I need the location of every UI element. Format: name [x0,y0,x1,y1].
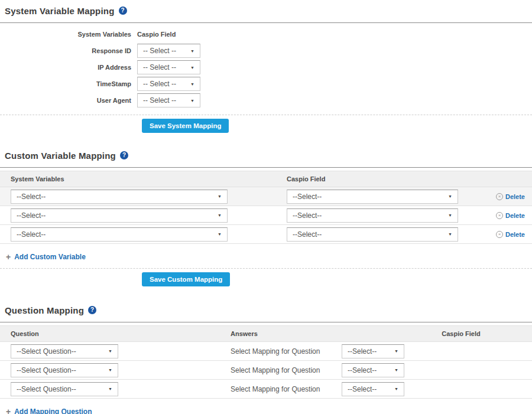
save-button-row: Save System Mapping [0,115,532,133]
select-value: -- Select -- [143,96,176,105]
table-row: --Select Question-- ▼ Select Mapping for… [0,360,532,379]
delete-circle-icon: × [496,193,503,200]
answer-caspio-select-3[interactable]: --Select-- ▼ [342,382,404,396]
select-value: --Select Question-- [17,347,76,356]
delete-row-link-3[interactable]: × Delete [462,231,532,238]
response-id-select[interactable]: -- Select -- ▼ [137,44,200,58]
section-title: Question Mapping [5,305,84,315]
title-divider [0,322,532,322]
page-title: System Variable Mapping [5,6,115,16]
question-select-2[interactable]: --Select Question-- ▼ [11,363,118,377]
chevron-down-icon: ▼ [448,232,452,236]
select-value: --Select-- [293,193,322,201]
question-select-1[interactable]: --Select Question-- ▼ [11,344,118,358]
title-divider [0,22,532,23]
chevron-down-icon: ▼ [218,213,222,217]
section-header: Custom Variable Mapping ? [0,150,532,161]
add-mapping-question-link[interactable]: + Add Mapping Question [6,408,92,414]
table-row: --Select-- ▼ --Select-- ▼ × Delete [0,187,532,206]
system-row-timestamp: TimeStamp -- Select -- ▼ [0,77,532,91]
custom-caspio-field-select-2[interactable]: --Select-- ▼ [287,208,458,223]
system-variable-mapping-section: System Variable Mapping ? System Variabl… [0,5,532,133]
question-mapping-table: Question Answers Caspio Field --Select Q… [0,325,532,399]
select-value: -- Select -- [143,80,176,88]
system-row-response-id: Response ID -- Select -- ▼ [0,44,532,58]
answer-mapping-label: Select Mapping for Question [231,385,342,393]
delete-label: Delete [505,212,525,219]
chevron-down-icon: ▼ [448,213,452,217]
select-value: --Select-- [293,211,322,220]
delete-row-link-2[interactable]: × Delete [462,212,532,219]
table-row: --Select Question-- ▼ Select Mapping for… [0,341,532,360]
chevron-down-icon: ▼ [108,387,112,391]
chevron-down-icon: ▼ [448,194,452,198]
custom-system-variable-select-2[interactable]: --Select-- ▼ [11,208,228,223]
column-header-caspio-field: Caspio Field [276,175,462,182]
column-header-system-variables: System Variables [0,175,276,182]
custom-caspio-field-select-3[interactable]: --Select-- ▼ [287,227,458,242]
table-header-row: Question Answers Caspio Field [0,325,532,341]
system-column-headers: System Variables Caspio Field [0,31,532,38]
add-link-label: Add Custom Variable [14,253,86,261]
select-value: -- Select -- [143,47,176,55]
answer-mapping-label: Select Mapping for Question [231,347,342,356]
section-title: Custom Variable Mapping [5,151,116,161]
timestamp-select[interactable]: -- Select -- ▼ [137,77,200,91]
chevron-down-icon: ▼ [218,232,222,236]
section-header: System Variable Mapping ? [0,5,532,16]
question-select-3[interactable]: --Select Question-- ▼ [11,382,118,396]
section-header: Question Mapping ? [0,305,532,315]
select-value: --Select-- [348,347,377,356]
select-value: --Select-- [17,230,46,239]
answer-caspio-select-2[interactable]: --Select-- ▼ [342,363,404,377]
table-row: --Select-- ▼ --Select-- ▼ × Delete [0,206,532,224]
chevron-down-icon: ▼ [190,82,194,86]
plus-icon: + [6,408,11,414]
answer-caspio-select-1[interactable]: --Select-- ▼ [342,344,404,358]
answer-mapping-label: Select Mapping for Question [231,366,342,374]
custom-caspio-field-select-1[interactable]: --Select-- ▼ [287,190,458,204]
custom-system-variable-select-1[interactable]: --Select-- ▼ [11,190,228,204]
select-value: --Select-- [348,385,377,393]
table-header-row: System Variables Caspio Field [0,171,532,187]
chevron-down-icon: ▼ [190,99,194,103]
select-value: --Select Question-- [17,385,76,393]
custom-system-variable-select-3[interactable]: --Select-- ▼ [11,227,228,242]
row-label: Response ID [0,47,137,54]
row-label: IP Address [0,64,137,71]
chevron-down-icon: ▼ [190,49,194,53]
row-label: TimeStamp [0,80,137,87]
column-header-answers: Answers [220,330,414,337]
select-value: --Select Question-- [17,366,76,374]
help-icon[interactable]: ? [88,306,96,314]
add-custom-variable-link[interactable]: + Add Custom Variable [6,253,86,261]
help-icon[interactable]: ? [120,151,128,159]
select-value: --Select-- [17,193,46,201]
table-row: --Select-- ▼ --Select-- ▼ × Delete [0,224,532,243]
chevron-down-icon: ▼ [108,349,112,353]
system-row-ip-address: IP Address -- Select -- ▼ [0,60,532,74]
save-custom-mapping-button[interactable]: Save Custom Mapping [142,272,230,286]
system-row-user-agent: User Agent -- Select -- ▼ [0,93,532,107]
ip-address-select[interactable]: -- Select -- ▼ [137,60,200,74]
plus-icon: + [6,253,11,261]
user-agent-select[interactable]: -- Select -- ▼ [137,93,200,107]
help-icon[interactable]: ? [119,6,127,15]
delete-label: Delete [505,193,525,200]
column-header-caspio-field: Caspio Field [414,330,532,337]
title-divider [0,167,532,168]
system-mapping-form: System Variables Caspio Field Response I… [0,31,532,107]
select-value: --Select-- [348,366,377,374]
chevron-down-icon: ▼ [394,387,398,391]
chevron-down-icon: ▼ [190,66,194,70]
delete-row-link-1[interactable]: × Delete [462,193,532,200]
chevron-down-icon: ▼ [218,194,222,198]
add-link-label: Add Mapping Question [14,408,92,414]
custom-variable-mapping-section: Custom Variable Mapping ? System Variabl… [0,150,532,286]
column-header-system-variables: System Variables [0,31,137,38]
save-system-mapping-button[interactable]: Save System Mapping [142,119,229,133]
chevron-down-icon: ▼ [394,368,398,372]
select-value: --Select-- [17,211,46,220]
column-header-question: Question [0,330,220,337]
delete-circle-icon: × [496,212,503,219]
